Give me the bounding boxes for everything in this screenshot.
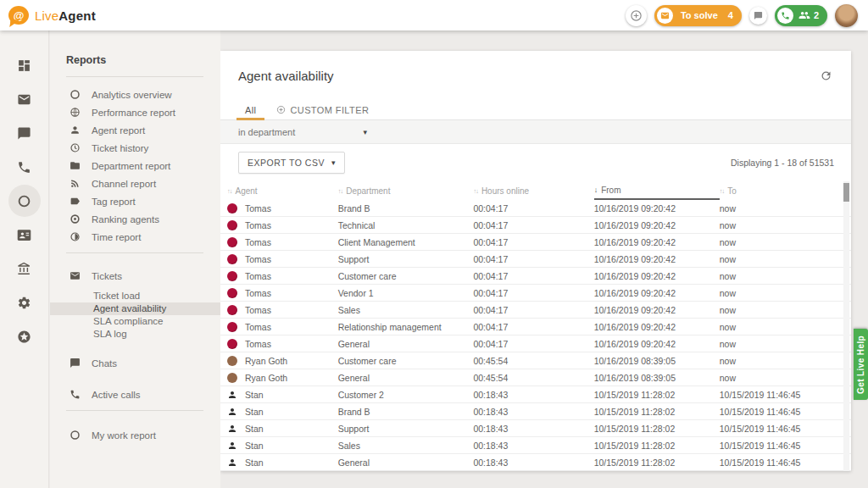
table-row[interactable]: TomasSales00:04:1710/16/2019 09:20:42now <box>220 302 851 319</box>
department-filter-select[interactable]: in department ▾ <box>238 127 367 137</box>
tab-custom-filter[interactable]: CUSTOM FILTER <box>266 100 379 119</box>
rail-item-reports[interactable] <box>8 185 41 217</box>
to-cell: now <box>720 288 843 298</box>
table-row[interactable]: TomasGeneral00:04:1710/16/2019 09:20:42n… <box>220 336 851 352</box>
rail-item-settings[interactable] <box>8 286 41 319</box>
table-row[interactable]: TomasTechnical00:04:1710/16/2019 09:20:4… <box>220 217 851 234</box>
from-cell: 10/16/2019 08:39:05 <box>594 373 720 383</box>
sidebar-item-my-work-report[interactable]: My work report <box>50 426 220 444</box>
agent-cell: Stan <box>227 458 338 468</box>
column-header-hours-online[interactable]: ↑↓Hours online <box>473 181 593 200</box>
sidebar-item-sla-compliance[interactable]: SLA compliance <box>50 315 220 328</box>
sidebar-item-performance-report[interactable]: Performance report <box>50 103 220 121</box>
mail-icon <box>17 92 31 107</box>
rail-item-addons[interactable] <box>8 320 41 352</box>
column-header-from[interactable]: ↓From <box>594 181 720 200</box>
history-icon <box>70 142 81 153</box>
add-button[interactable] <box>626 5 647 26</box>
rail-item-customers[interactable] <box>8 219 41 251</box>
table-row[interactable]: TomasClient Management00:04:1710/16/2019… <box>220 234 851 251</box>
table-row[interactable]: TomasCustomer care00:04:1710/16/2019 09:… <box>220 268 851 285</box>
from-cell: 10/15/2019 11:28:02 <box>594 424 720 434</box>
reports-sidebar: Reports Analytics overviewPerformance re… <box>50 30 220 488</box>
sidebar-item-department-report[interactable]: Department report <box>50 157 220 175</box>
chat-mini-button[interactable] <box>749 7 767 25</box>
table-row[interactable]: TomasSupport00:04:1710/16/2019 09:20:42n… <box>220 251 851 268</box>
from-cell: 10/16/2019 09:20:42 <box>594 220 720 230</box>
scrollbar-track[interactable] <box>843 181 849 471</box>
column-label: Department <box>346 186 390 196</box>
table-row[interactable]: StanCustomer 200:18:4310/15/2019 11:28:0… <box>220 386 851 403</box>
sidebar-item-agent-report[interactable]: Agent report <box>50 121 220 139</box>
table-row[interactable]: TomasBrand B00:04:1710/16/2019 09:20:42n… <box>220 200 851 217</box>
table-row[interactable]: TomasVendor 100:04:1710/16/2019 09:20:42… <box>220 285 851 302</box>
column-header-to[interactable]: ↑↓To <box>720 181 843 200</box>
column-header-department[interactable]: ↑↓Department <box>338 181 474 200</box>
people-icon <box>798 9 810 21</box>
column-header-agent[interactable]: ↑↓Agent <box>227 181 338 200</box>
table-row[interactable]: Ryan GothGeneral00:45:5410/16/2019 08:39… <box>220 369 851 386</box>
folder-icon <box>70 160 81 171</box>
rail-item-calls[interactable] <box>8 151 41 183</box>
to-cell: now <box>720 237 843 247</box>
sort-icon: ↑↓ <box>227 187 232 195</box>
agent-name: Tomas <box>245 203 271 214</box>
rail-item-knowledge-base[interactable] <box>8 252 41 285</box>
sidebar-item-channel-report[interactable]: Channel report <box>50 175 220 192</box>
rail-item-tickets[interactable] <box>8 83 41 115</box>
sidebar-item-chats[interactable]: Chats <box>50 354 220 372</box>
from-cell: 10/16/2019 09:20:42 <box>594 237 720 247</box>
sidebar-item-tag-report[interactable]: Tag report <box>50 192 220 210</box>
sidebar-item-sla-log[interactable]: SLA log <box>50 328 220 341</box>
sidebar-item-ranking-agents[interactable]: Ranking agents <box>50 210 220 228</box>
calls-button[interactable]: 2 <box>775 5 827 26</box>
user-avatar[interactable] <box>835 4 858 27</box>
sidebar-item-ticket-load[interactable]: Ticket load <box>50 290 220 302</box>
get-live-help-button[interactable]: Get Live Help <box>854 329 868 400</box>
scrollbar-thumb[interactable] <box>843 183 849 202</box>
agent-name: Stan <box>245 441 264 451</box>
sidebar-item-ticket-history[interactable]: Ticket history <box>50 139 220 157</box>
agent-cell: Ryan Goth <box>227 373 338 383</box>
rss-icon <box>70 178 81 189</box>
to-cell: now <box>720 322 843 332</box>
from-cell: 10/16/2019 08:39:05 <box>594 356 720 366</box>
topbar-actions: To solve 4 2 <box>626 4 858 27</box>
agent-name: Tomas <box>245 254 271 264</box>
refresh-icon <box>820 69 832 82</box>
sidebar-item-agent-availability[interactable]: Agent availability <box>50 302 220 315</box>
sidebar-item-active-calls[interactable]: Active calls <box>50 385 220 403</box>
to-cell: 10/15/2019 11:46:45 <box>720 407 843 417</box>
sidebar-item-analytics-overview[interactable]: Analytics overview <box>50 86 220 103</box>
rail-item-dashboard[interactable] <box>8 49 41 81</box>
table-row[interactable]: Ryan GothCustomer care00:45:5410/16/2019… <box>220 352 851 369</box>
refresh-button[interactable] <box>820 69 832 82</box>
department-cell: Customer care <box>338 271 474 281</box>
tab-all[interactable]: All <box>235 100 266 119</box>
table-row[interactable]: TomasRelationship management00:04:1710/1… <box>220 319 851 336</box>
table-row[interactable]: StanSupport00:18:4310/15/2019 11:28:0210… <box>220 420 851 437</box>
department-cell: Support <box>338 424 474 434</box>
sidebar-item-time-report[interactable]: Time report <box>50 228 220 246</box>
table-body: TomasBrand B00:04:1710/16/2019 09:20:42n… <box>220 200 851 471</box>
table-row[interactable]: StanGeneral00:18:4310/15/2019 11:28:0210… <box>220 454 851 471</box>
agent-availability-card: Agent availability All CUSTOM FILTER in … <box>220 51 851 471</box>
export-to-csv-button[interactable]: EXPORT TO CSV ▾ <box>238 152 345 174</box>
table-row[interactable]: StanSales00:18:4310/15/2019 11:28:0210/1… <box>220 437 851 454</box>
top-bar: @ LiveAgent To solve 4 2 <box>0 0 868 30</box>
time-icon <box>70 231 81 242</box>
chat-icon <box>70 358 81 369</box>
person-silhouette-icon <box>227 458 237 468</box>
person-silhouette-icon <box>227 424 237 434</box>
rail-item-chats[interactable] <box>8 117 41 149</box>
sidebar-item-tickets[interactable]: Tickets <box>50 267 220 285</box>
agent-name: Tomas <box>245 322 271 332</box>
phone-icon <box>17 160 31 175</box>
agent-cell: Ryan Goth <box>227 356 338 366</box>
table-scrollbar <box>843 181 849 488</box>
table-row[interactable]: StanBrand B00:18:4310/15/2019 11:28:0210… <box>220 403 851 420</box>
to-solve-button[interactable]: To solve 4 <box>654 5 742 26</box>
hours-online-cell: 00:04:17 <box>473 305 593 315</box>
sidebar-item-label: Ranking agents <box>92 214 159 225</box>
hours-online-cell: 00:45:54 <box>473 356 593 366</box>
